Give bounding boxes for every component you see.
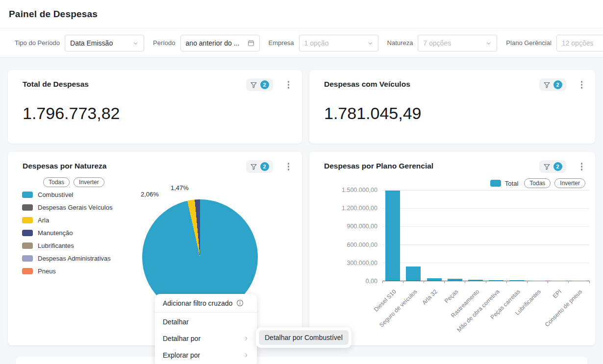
filter-value: 1 opção: [304, 39, 329, 47]
card-title: Total de Despesas: [23, 80, 89, 89]
calendar-icon: [248, 40, 254, 47]
card-total-despesas: Total de Despesas 2 1.796.773,82: [8, 70, 302, 144]
kpi-value: 1.781.045,49: [324, 104, 595, 123]
funnel-icon: [250, 163, 257, 170]
bar-arla-32[interactable]: [427, 278, 442, 281]
legend-swatch: [22, 217, 33, 223]
filter-chip[interactable]: 2: [246, 78, 273, 91]
empresa-select[interactable]: 1 opção: [299, 35, 378, 51]
y-tick-label: 1.200.000,00: [342, 205, 377, 212]
legend-label: Despesas Administrativas: [38, 255, 111, 262]
filter-label: Tipo do Período: [15, 39, 60, 47]
tipo-do-periodo-select[interactable]: Data Emissão: [65, 35, 144, 51]
submenu-item-detalhar-por-combustivel[interactable]: Detalhar por Combustível: [259, 330, 349, 345]
legend-item-manutencao[interactable]: Manutenção: [22, 229, 112, 237]
legend-swatch: [490, 180, 501, 187]
periodo-date-input[interactable]: ano anterior do ...: [180, 35, 260, 51]
app-header: Painel de Despesas: [0, 0, 603, 28]
gridline: [382, 244, 589, 245]
kebab-menu-icon[interactable]: [578, 161, 586, 172]
bar-seguro-de-veiculos[interactable]: [406, 267, 421, 281]
x-axis-label: Seguro de veículos: [378, 288, 419, 329]
pie-legend: CombustívelDespesas Gerais VeículosArlaM…: [22, 191, 112, 275]
legend-swatch: [22, 268, 33, 274]
filter-chip[interactable]: 2: [539, 78, 566, 91]
menu-item-detalhar-por[interactable]: Detalhar por: [155, 330, 257, 347]
kebab-menu-icon[interactable]: [285, 79, 293, 91]
filter-value: 12 opções: [562, 39, 594, 47]
plano-gerencial-select[interactable]: 12 opções: [556, 35, 603, 51]
filter-label: Empresa: [269, 39, 294, 47]
legend-item-pneus[interactable]: Pneus: [22, 267, 112, 275]
menu-item-detalhar[interactable]: Detalhar: [155, 314, 257, 330]
legend-series-label: Total: [505, 180, 518, 187]
filter-value: ano anterior do ...: [186, 39, 240, 47]
legend-item-arla[interactable]: Arla: [22, 217, 112, 224]
tipo-do-periodo-filter-group: Tipo do PeríodoData Emissão: [15, 35, 144, 51]
y-tick-label: 1.500.000,00: [342, 187, 377, 194]
dashboard-content: Total de Despesas 2 1.796.773,82 Despesa…: [0, 58, 603, 364]
filter-count-badge: 2: [553, 162, 562, 171]
filter-label: Plano Gerêncial: [506, 39, 552, 47]
filter-label: Natureza: [387, 39, 413, 47]
next-row-card-edge: [16, 357, 587, 364]
x-axis-label: EPI: [552, 288, 563, 300]
legend-item-despesas-administrativas[interactable]: Despesas Administrativas: [22, 255, 112, 262]
menu-item-label: Adicionar filtro cruzado: [163, 299, 232, 307]
filter-label: Período: [153, 39, 176, 47]
bar-rastreamento[interactable]: [468, 280, 483, 281]
legend-all-button[interactable]: Todas: [524, 178, 551, 188]
bar-pecas-carretas[interactable]: [509, 280, 524, 281]
menu-item-label: Explorar por: [163, 351, 200, 359]
natureza-select[interactable]: 7 opções: [418, 35, 497, 51]
legend-label: Arla: [38, 217, 49, 224]
legend-swatch: [22, 192, 33, 198]
y-tick-label: 300.000,00: [347, 260, 377, 267]
chevron-down-icon: [486, 40, 492, 46]
kebab-menu-icon[interactable]: [285, 161, 293, 172]
bar-pecas[interactable]: [448, 279, 462, 281]
bar-mao-de-obra-corretiva[interactable]: [489, 280, 503, 281]
legend-swatch: [22, 230, 33, 236]
info-icon: [236, 299, 244, 307]
card-despesas-por-plano-gerencial: Despesas por Plano Gerencial 2 Total Tod…: [309, 152, 595, 345]
menu-item-explorar-por[interactable]: Explorar por: [155, 347, 257, 364]
y-tick-label: 600.000,00: [347, 242, 377, 248]
filter-chip[interactable]: 2: [246, 160, 273, 173]
legend-invert-button[interactable]: Inverter: [74, 177, 104, 187]
y-axis: 1.500.000,001.200.000,00900.000,00600.00…: [309, 190, 380, 281]
filter-bar: Tipo do PeríodoData EmissãoPeríodoano an…: [0, 28, 603, 58]
menu-item-adicionar-filtro-cruzado[interactable]: Adicionar filtro cruzado: [155, 294, 257, 313]
gridline: [382, 226, 589, 227]
legend-label: Pneus: [38, 267, 56, 275]
legend-swatch: [22, 255, 33, 262]
gridline: [382, 263, 589, 263]
menu-item-label: Detalhar: [163, 318, 189, 326]
legend-label: Lubrificantes: [38, 242, 74, 249]
gridline: [382, 190, 589, 191]
empresa-filter-group: Empresa1 opção: [269, 35, 378, 51]
funnel-icon: [543, 81, 551, 89]
bar-plot-area: [382, 190, 589, 281]
chart-context-submenu: Detalhar por Combustível: [256, 327, 352, 348]
legend-invert-button[interactable]: Inverter: [554, 178, 585, 188]
filter-value: Data Emissão: [70, 39, 113, 47]
kebab-menu-icon[interactable]: [578, 79, 586, 91]
filter-count-badge: 2: [553, 80, 562, 89]
legend-item-combustivel[interactable]: Combustível: [22, 191, 112, 198]
natureza-filter-group: Natureza7 opções: [387, 35, 498, 51]
plano-gerencial-filter-group: Plano Gerêncial12 opções: [506, 35, 603, 51]
bar-diesel-s10[interactable]: [385, 191, 400, 281]
filter-chip[interactable]: 2: [539, 160, 566, 173]
legend-label: Despesas Gerais Veículos: [38, 204, 112, 211]
legend-swatch: [22, 204, 33, 211]
legend-all-button[interactable]: Todas: [43, 177, 70, 187]
legend-item-despesas-gerais-veiculos[interactable]: Despesas Gerais Veículos: [22, 204, 112, 211]
pie-slice-label-arla: 2,06%: [141, 191, 159, 198]
filter-count-badge: 2: [260, 162, 269, 171]
legend-swatch: [22, 243, 33, 249]
chevron-right-icon: [243, 336, 249, 341]
legend-item-lubrificantes[interactable]: Lubrificantes: [22, 242, 112, 249]
legend-label: Manutenção: [38, 229, 73, 237]
page-title: Painel de Despesas: [9, 9, 98, 20]
